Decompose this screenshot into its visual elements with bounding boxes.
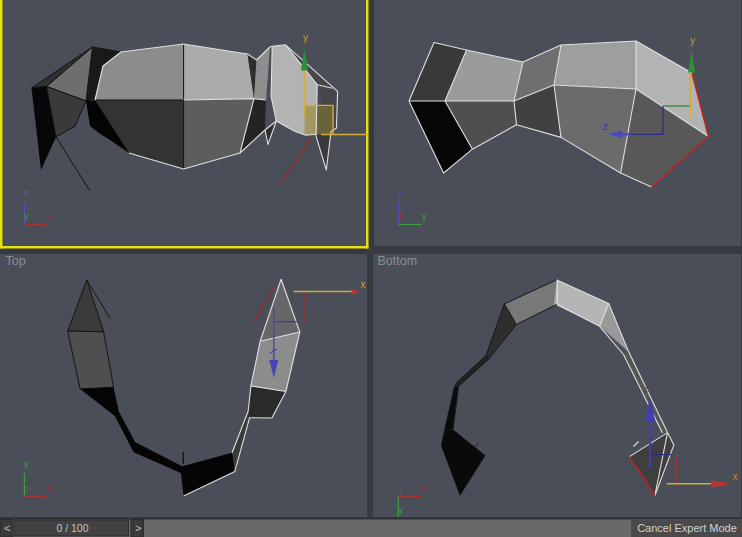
svg-text:y: y	[690, 35, 695, 46]
svg-text:z: z	[398, 188, 403, 198]
svg-text:Bottom: Bottom	[378, 254, 418, 268]
svg-text:Cancel Expert Mode: Cancel Expert Mode	[637, 522, 737, 534]
svg-text:x: x	[422, 483, 427, 493]
svg-text:x: x	[48, 483, 53, 493]
svg-text:<: <	[4, 522, 10, 534]
svg-text:Top: Top	[6, 254, 26, 268]
svg-text:y: y	[24, 211, 29, 221]
svg-text:>: >	[135, 522, 141, 534]
svg-text:y: y	[422, 211, 427, 221]
svg-text:0 / 100: 0 / 100	[56, 522, 88, 534]
svg-text:y: y	[399, 505, 404, 515]
svg-text:z: z	[24, 188, 29, 198]
svg-text:y: y	[303, 32, 308, 43]
svg-text:z: z	[25, 484, 30, 494]
svg-text:x: x	[361, 279, 366, 290]
svg-text:z: z	[644, 384, 649, 394]
svg-text:z: z	[603, 121, 608, 132]
svg-text:x: x	[399, 211, 404, 221]
svg-text:z: z	[398, 484, 403, 494]
svg-text:x: x	[48, 212, 53, 222]
svg-text:y: y	[24, 459, 29, 469]
svg-text:x: x	[733, 471, 738, 482]
